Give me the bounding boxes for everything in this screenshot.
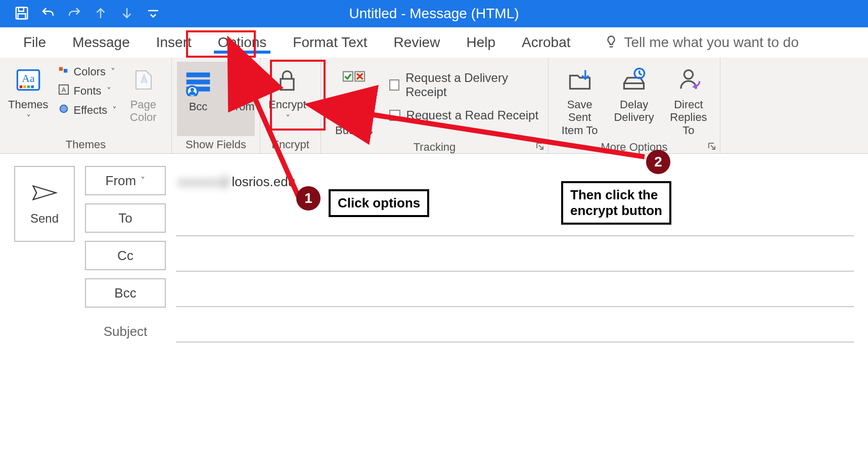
colors-label: Colors [73,65,106,78]
from-button[interactable]: From [222,64,261,115]
chevron-down-icon: ˅ [26,113,31,124]
effects-icon [58,103,69,117]
bcc-field-button[interactable]: Bcc [85,278,166,308]
svg-rect-20 [230,79,254,84]
lock-icon [271,64,303,96]
delivery-receipt-label: Request a Delivery Receipt [405,71,541,99]
from-value: xxxxxx@losrios.edu [176,169,854,201]
svg-rect-5 [19,86,22,88]
themes-label: Themes [8,98,48,111]
clock-tray-icon [618,64,650,96]
effects-label: Effects [73,104,107,117]
fonts-icon: A [58,84,69,98]
bcc-button[interactable]: Bcc [179,64,217,115]
tab-help[interactable]: Help [453,29,509,56]
title-bar: Untitled - Message (HTML) [0,0,868,27]
svg-rect-19 [230,72,254,77]
chevron-down-icon: ˅ [141,175,145,186]
group-more-options: Save Sent Item To Delay Delivery Direct … [549,58,720,153]
bcc-icon [182,66,214,98]
colors-icon [58,65,69,79]
voting-icon [338,64,370,96]
group-tracking: Use Voting Buttons Request a Delivery Re… [321,58,549,153]
group-themes: Aa Themes ˅ Colors˅ A Fonts˅ Effects˅ [0,58,172,153]
svg-rect-24 [281,79,294,90]
svg-rect-8 [31,86,33,88]
svg-rect-6 [23,86,26,88]
svg-point-18 [191,88,194,92]
svg-text:A: A [62,86,66,94]
bcc-input[interactable] [176,280,854,307]
group-show-fields-label: Show Fields [177,136,255,152]
cc-input[interactable] [176,244,854,272]
from-field-button[interactable]: From ˅ [85,166,166,195]
svg-rect-7 [27,86,30,88]
direct-replies-button[interactable]: Direct Replies To [662,62,715,139]
tab-insert[interactable]: Insert [143,29,205,56]
svg-rect-9 [59,67,63,71]
svg-rect-10 [64,69,67,72]
tab-file[interactable]: File [10,29,59,56]
read-receipt-checkbox[interactable]: Request a Read Receipt [387,105,543,125]
subject-input[interactable] [176,315,854,343]
themes-button[interactable]: Aa Themes ˅ [5,62,51,126]
dialog-launcher-icon[interactable] [707,141,717,151]
svg-rect-15 [187,79,210,84]
delay-label: Delay Delivery [614,98,654,124]
folder-arrow-icon [564,64,596,96]
fonts-button[interactable]: A Fonts˅ [56,83,119,99]
tab-review[interactable]: Review [381,29,453,56]
effects-button[interactable]: Effects˅ [56,102,119,118]
save-sent-item-button[interactable]: Save Sent Item To [554,62,606,139]
from-icon [225,66,258,98]
svg-rect-14 [187,72,210,77]
delivery-receipt-checkbox[interactable]: Request a Delivery Receipt [387,68,543,102]
tell-me-text: Tell me what you want to do [624,34,799,51]
group-encrypt: Encrypt ˅ Encrypt [260,58,321,153]
tab-format-text[interactable]: Format Text [280,29,380,56]
delay-delivery-button[interactable]: Delay Delivery [611,62,657,126]
group-tracking-label: Tracking [326,139,543,155]
send-button[interactable]: Send [14,166,75,242]
from-value-suffix: losrios.edu [232,174,295,189]
fonts-label: Fonts [73,84,101,98]
svg-point-13 [60,105,68,113]
page-color-label: Page Color [130,98,157,124]
group-more-options-label: More Options [554,139,715,155]
field-inputs-column: xxxxxx@losrios.edu [176,166,854,343]
ribbon-tabs: File Message Insert Options Format Text … [0,27,868,58]
voting-button[interactable]: Use Voting Buttons [326,62,382,139]
from-field-label: From [106,173,136,189]
tab-message[interactable]: Message [59,29,143,56]
bcc-label: Bcc [189,100,208,113]
svg-point-28 [684,70,693,79]
lightbulb-icon [604,34,618,50]
themes-icon: Aa [12,64,44,96]
svg-rect-25 [343,72,353,81]
page-color-button[interactable]: Page Color [124,62,162,126]
to-input[interactable] [176,209,854,236]
window-title: Untitled - Message (HTML) [0,6,868,22]
send-icon [31,183,58,204]
group-show-fields: Bcc From Show Fields [172,58,260,153]
cc-field-button[interactable]: Cc [85,241,166,270]
tab-acrobat[interactable]: Acrobat [509,29,584,56]
page-color-icon [127,64,159,96]
dialog-launcher-icon[interactable] [535,141,545,151]
svg-point-23 [246,88,249,92]
colors-button[interactable]: Colors˅ [56,64,119,80]
encrypt-label: Encrypt [268,98,306,111]
encrypt-button[interactable]: Encrypt ˅ [265,62,309,126]
tell-me-search[interactable]: Tell me what you want to do [604,34,799,51]
read-receipt-label: Request a Read Receipt [406,108,539,122]
group-encrypt-label: Encrypt [265,136,315,152]
from-label: From [229,100,254,113]
subject-label: Subject [85,316,166,339]
ribbon-options: Aa Themes ˅ Colors˅ A Fonts˅ Effects˅ [0,58,868,154]
tab-options[interactable]: Options [205,29,280,56]
compose-area: Send From ˅ To Cc Bcc Subject xxxxxx@los… [0,154,868,355]
to-field-button[interactable]: To [85,203,166,233]
save-sent-label: Save Sent Item To [557,98,603,137]
chevron-down-icon: ˅ [286,113,290,124]
direct-replies-label: Direct Replies To [665,98,712,137]
